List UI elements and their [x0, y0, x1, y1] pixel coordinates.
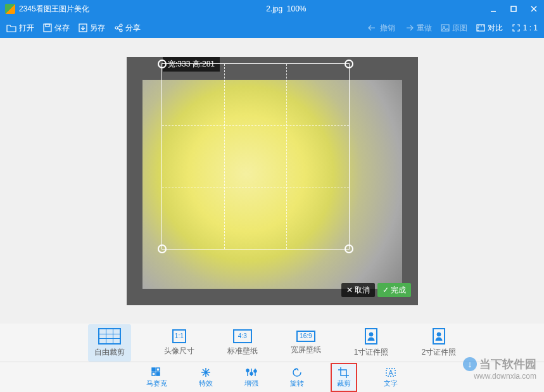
crop-handle-tr[interactable] — [345, 60, 353, 68]
open-label: 打开 — [19, 23, 34, 34]
grid-icon — [98, 328, 121, 345]
open-button[interactable]: 打开 — [6, 23, 34, 34]
svg-point-17 — [437, 332, 441, 336]
mosaic-icon — [151, 367, 163, 378]
svg-point-26 — [250, 372, 253, 375]
ratio-label: 头像尺寸 — [164, 346, 194, 357]
text-icon: A — [384, 367, 397, 378]
share-label: 分享 — [125, 23, 141, 34]
scale-button[interactable]: 1 : 1 — [512, 23, 538, 32]
tool-rotate[interactable]: 旋转 — [285, 364, 309, 391]
save-label: 保存 — [54, 23, 70, 34]
minimize-button[interactable] — [483, 0, 503, 18]
rotate-icon — [291, 367, 303, 378]
titlebar: 2345看图王图片美化 2.jpg 100% — [0, 0, 544, 18]
tool-label: 增强 — [244, 379, 258, 388]
compare-button[interactable]: 对比 — [476, 23, 503, 34]
tool-enhance[interactable]: 增强 — [239, 364, 263, 391]
svg-rect-4 — [44, 24, 51, 32]
person-icon — [365, 328, 377, 345]
app-icon — [5, 4, 15, 14]
ratio-4-3-icon: 4:3 — [233, 329, 252, 343]
app-title: 2345看图王图片美化 — [19, 4, 89, 15]
ratio-bar: 自由裁剪 1:1 头像尺寸 4:3 标准壁纸 16:9 宽屏壁纸 1寸证件照 2… — [0, 324, 544, 362]
tool-text[interactable]: A文字 — [379, 364, 403, 391]
close-icon: ✕ — [346, 286, 353, 294]
crop-confirm-label: 完成 — [391, 285, 406, 296]
check-icon: ✓ — [383, 286, 389, 294]
svg-rect-19 — [156, 368, 160, 371]
main-toolbar: 打开 保存 另存 分享 撤销 重做 原图 对比 1 : 1 — [0, 18, 544, 38]
crop-icon — [338, 367, 350, 378]
saveas-button[interactable]: 另存 — [79, 23, 105, 34]
crop-actions: ✕取消 ✓完成 — [341, 283, 411, 297]
title-center: 2.jpg 100% — [89, 4, 483, 13]
tool-label: 裁剪 — [337, 379, 351, 388]
svg-text:A: A — [389, 369, 393, 376]
svg-line-11 — [118, 28, 120, 30]
file-name: 2.jpg — [266, 4, 282, 13]
ratio-wide[interactable]: 16:9 宽屏壁纸 — [291, 331, 321, 355]
svg-rect-1 — [511, 6, 516, 11]
canvas-area: 宽:333 高:281 ✕取消 ✓完成 — [0, 38, 544, 324]
undo-label: 撤销 — [380, 23, 395, 34]
scale-label: 1 : 1 — [523, 23, 538, 32]
share-button[interactable]: 分享 — [114, 23, 141, 34]
ratio-label: 2寸证件照 — [422, 347, 457, 358]
ratio-id2[interactable]: 2寸证件照 — [422, 328, 457, 358]
svg-point-25 — [246, 369, 249, 372]
svg-rect-18 — [152, 368, 155, 371]
tool-label: 文字 — [384, 379, 398, 388]
ratio-label: 自由裁剪 — [94, 347, 125, 358]
original-button[interactable]: 原图 — [441, 23, 467, 34]
compare-label: 对比 — [488, 23, 503, 34]
crop-box[interactable] — [161, 63, 350, 250]
tool-crop[interactable]: 裁剪 — [331, 363, 357, 392]
sliders-icon — [245, 367, 258, 378]
redo-label: 重做 — [417, 23, 432, 34]
svg-rect-20 — [152, 372, 155, 376]
undo-button[interactable]: 撤销 — [367, 23, 395, 34]
svg-rect-5 — [46, 24, 49, 27]
ratio-avatar[interactable]: 1:1 头像尺寸 — [164, 329, 194, 357]
svg-line-10 — [118, 26, 120, 27]
ratio-16-9-icon: 16:9 — [296, 331, 315, 342]
ratio-standard[interactable]: 4:3 标准壁纸 — [227, 329, 258, 357]
svg-rect-12 — [441, 25, 449, 31]
tool-label: 马赛克 — [146, 379, 167, 388]
saveas-label: 另存 — [90, 23, 105, 34]
tool-effects[interactable]: 特效 — [194, 364, 218, 391]
save-button[interactable]: 保存 — [43, 23, 70, 34]
crop-cancel-label: 取消 — [355, 285, 370, 296]
ratio-label: 1寸证件照 — [354, 347, 389, 358]
tool-bar: 马赛克 特效 增强 旋转 裁剪 A文字 — [0, 362, 544, 392]
maximize-button[interactable] — [503, 0, 524, 18]
tool-label: 特效 — [199, 379, 213, 388]
redo-button[interactable]: 重做 — [404, 23, 432, 34]
window-controls — [483, 0, 544, 18]
tool-mosaic[interactable]: 马赛克 — [141, 364, 172, 391]
crop-handle-br[interactable] — [345, 244, 353, 253]
ratio-id1[interactable]: 1寸证件照 — [354, 328, 389, 358]
crop-handle-bl[interactable] — [158, 244, 167, 253]
zoom-level: 100% — [287, 4, 307, 13]
ratio-free[interactable]: 自由裁剪 — [88, 324, 131, 362]
close-button[interactable] — [524, 0, 544, 18]
crop-handle-tl[interactable] — [158, 60, 167, 68]
ratio-label: 标准壁纸 — [227, 346, 258, 357]
sparkle-icon — [199, 367, 212, 378]
svg-rect-21 — [156, 372, 160, 376]
person-icon — [433, 328, 445, 345]
ratio-1-1-icon: 1:1 — [172, 329, 186, 343]
crop-confirm-button[interactable]: ✓完成 — [377, 283, 411, 297]
svg-point-16 — [369, 332, 373, 336]
original-label: 原图 — [452, 23, 467, 34]
svg-point-27 — [254, 370, 256, 372]
ratio-label: 宽屏壁纸 — [291, 345, 321, 355]
tool-label: 旋转 — [290, 379, 304, 388]
crop-cancel-button[interactable]: ✕取消 — [341, 283, 375, 297]
